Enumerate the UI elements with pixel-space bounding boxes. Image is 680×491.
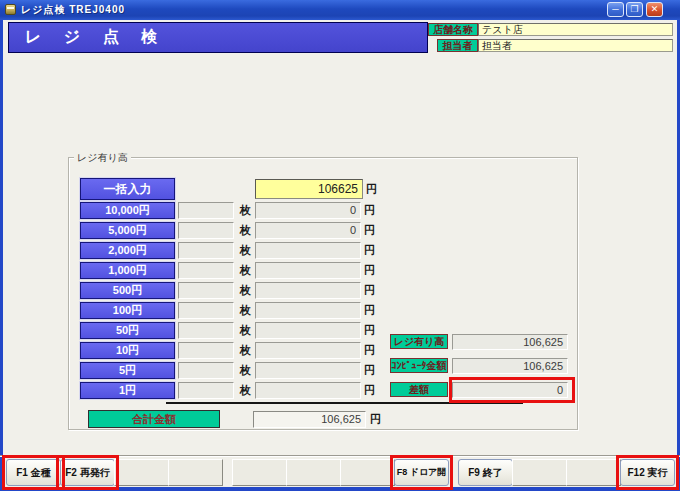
denom-amount-field: 0 (255, 202, 361, 219)
denom-qty-input[interactable] (178, 342, 234, 359)
amount-unit-label: 円 (364, 243, 375, 258)
denom-row: 5円 枚 円 (0, 362, 680, 379)
qty-unit-label: 枚 (240, 223, 251, 238)
denom-qty-input[interactable] (178, 302, 234, 319)
page-header: レ ジ 点 検 (8, 22, 428, 53)
denom-button[interactable]: 10円 (80, 342, 175, 359)
qty-unit-label: 枚 (240, 263, 251, 278)
amount-unit-label: 円 (364, 283, 375, 298)
amount-unit-label: 円 (364, 263, 375, 278)
qty-unit-label: 枚 (240, 303, 251, 318)
app-icon (5, 4, 16, 15)
denom-row: 50円 枚 円 (0, 322, 680, 339)
denom-row: 10,000円 枚 0 円 (0, 202, 680, 219)
amount-unit-label: 円 (370, 412, 381, 427)
total-amount-field: 106,625 (253, 411, 366, 428)
qty-unit-label: 枚 (240, 383, 251, 398)
denom-qty-input[interactable] (178, 222, 234, 239)
difference-label: 差額 (390, 382, 448, 397)
denom-row: 1円 枚 円 (0, 382, 680, 399)
clerk-field[interactable]: 担当者 (478, 39, 673, 52)
f8-highlight-box (390, 455, 453, 490)
amount-unit-label: 円 (366, 182, 377, 197)
window-title: レジ点検 TREJ0400 (21, 3, 125, 17)
fkey-empty-cell (114, 459, 169, 486)
qty-unit-label: 枚 (240, 203, 251, 218)
denom-qty-input[interactable] (178, 202, 234, 219)
denom-qty-input[interactable] (178, 242, 234, 259)
amount-unit-label: 円 (364, 363, 375, 378)
amount-unit-label: 円 (364, 203, 375, 218)
denom-amount-field (255, 362, 361, 379)
denom-amount-field (255, 342, 361, 359)
denom-button[interactable]: 1,000円 (80, 262, 175, 279)
denom-qty-input[interactable] (178, 382, 234, 399)
denom-row: 2,000円 枚 円 (0, 242, 680, 259)
batch-input-button[interactable]: 一括入力 (80, 178, 175, 200)
titlebar: レジ点検 TREJ0400 ─ ❐ ✕ (0, 0, 680, 20)
batch-amount-input[interactable]: 106625 (255, 179, 363, 199)
denom-button[interactable]: 5,000円 (80, 222, 175, 239)
fkey-empty-cell (168, 459, 223, 486)
denom-row: 5,000円 枚 0 円 (0, 222, 680, 239)
denom-button[interactable]: 100円 (80, 302, 175, 319)
computer-amount-value: 106,625 (452, 358, 568, 374)
total-amount-label: 合計金額 (88, 410, 220, 428)
denom-row: 500円 枚 円 (0, 282, 680, 299)
denom-amount-field: 0 (255, 222, 361, 239)
qty-unit-label: 枚 (240, 323, 251, 338)
computer-amount-label: ｺﾝﾋﾟｭｰﾀ金額 (390, 358, 448, 373)
qty-unit-label: 枚 (240, 243, 251, 258)
register-amount-value: 106,625 (452, 334, 568, 350)
page-title: レ ジ 点 検 (9, 23, 427, 51)
cash-groupbox-title: レジ有り高 (74, 151, 131, 165)
minimize-button[interactable]: ─ (607, 2, 624, 17)
amount-unit-label: 円 (364, 223, 375, 238)
denom-amount-field (255, 382, 361, 399)
fkey-empty-cell (512, 459, 567, 486)
fkey-f9-button[interactable]: F9 終了 (458, 459, 513, 486)
register-amount-label: レジ有り高 (390, 334, 448, 349)
difference-highlight-box (449, 377, 575, 403)
fkey-empty-cell (340, 459, 395, 486)
f12-highlight-box (616, 455, 679, 490)
clerk-label: 担当者 (437, 39, 478, 52)
denom-qty-input[interactable] (178, 362, 234, 379)
denom-amount-field (255, 262, 361, 279)
app-window: レジ点検 TREJ0400 ─ ❐ ✕ レ ジ 点 検 店舗名称 テスト店 担当… (0, 0, 680, 491)
denom-amount-field (255, 322, 361, 339)
fkey-empty-cell (286, 459, 341, 486)
maximize-button[interactable]: ❐ (626, 2, 643, 17)
denom-button[interactable]: 1円 (80, 382, 175, 399)
amount-unit-label: 円 (364, 323, 375, 338)
denom-button[interactable]: 50円 (80, 322, 175, 339)
denom-row: 10円 枚 円 (0, 342, 680, 359)
denom-qty-input[interactable] (178, 282, 234, 299)
denom-qty-input[interactable] (178, 262, 234, 279)
fkey-empty-cell (232, 459, 287, 486)
qty-unit-label: 枚 (240, 363, 251, 378)
denom-row: 1,000円 枚 円 (0, 262, 680, 279)
qty-unit-label: 枚 (240, 283, 251, 298)
denom-amount-field (255, 282, 361, 299)
f2-highlight-box (56, 455, 119, 490)
denom-button[interactable]: 2,000円 (80, 242, 175, 259)
amount-unit-label: 円 (364, 303, 375, 318)
amount-unit-label: 円 (364, 343, 375, 358)
denom-amount-field (255, 302, 361, 319)
denom-row: 100円 枚 円 (0, 302, 680, 319)
store-name-label: 店舗名称 (428, 23, 478, 36)
fkey-empty-cell (566, 459, 621, 486)
denom-amount-field (255, 242, 361, 259)
close-button[interactable]: ✕ (646, 2, 663, 17)
qty-unit-label: 枚 (240, 343, 251, 358)
amount-unit-label: 円 (364, 383, 375, 398)
store-name-field[interactable]: テスト店 (478, 23, 673, 36)
denom-button[interactable]: 5円 (80, 362, 175, 379)
denom-button[interactable]: 10,000円 (80, 202, 175, 219)
denom-qty-input[interactable] (178, 322, 234, 339)
denom-button[interactable]: 500円 (80, 282, 175, 299)
